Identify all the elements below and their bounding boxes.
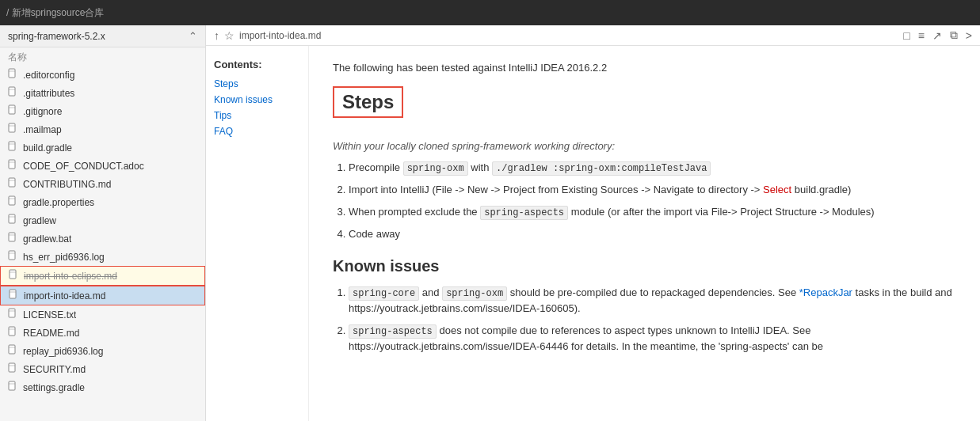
top-bar-left: / 新增springsource合库: [6, 6, 104, 20]
svg-rect-2: [9, 87, 15, 96]
sidebar-item[interactable]: gradlew.bat: [0, 229, 205, 248]
content-area: ↑ ☆ import-into-idea.md □ ≡ ↗ ⧉ > Conten…: [206, 25, 980, 421]
sidebar-item[interactable]: README.md: [0, 324, 205, 342]
file-icon: [8, 308, 18, 321]
svg-rect-0: [9, 69, 15, 78]
sidebar-item[interactable]: SECURITY.md: [0, 360, 205, 378]
sidebar-header: spring-framework-5.2.x ⌃: [0, 25, 205, 47]
sidebar-item-name: gradle.properties: [23, 197, 94, 208]
file-icon: [8, 177, 18, 191]
sidebar-item-name: .editorconfig: [23, 70, 74, 81]
svg-rect-34: [9, 381, 15, 390]
sidebar-item[interactable]: gradlew: [0, 211, 205, 229]
svg-rect-18: [9, 233, 15, 241]
code-gradlew-cmd: ./gradlew :spring-oxm:compileTestJava: [492, 161, 711, 176]
code-spring-oxm: spring-oxm: [403, 161, 468, 176]
toc-item[interactable]: FAQ: [214, 126, 300, 137]
sidebar-item[interactable]: gradle.properties: [0, 193, 205, 211]
svg-rect-6: [9, 123, 15, 132]
sidebar-item-name: gradlew.bat: [23, 233, 71, 245]
sidebar-item-name: SECURITY.md: [23, 364, 86, 375]
sidebar-item[interactable]: LICENSE.txt: [0, 305, 205, 324]
toc-item[interactable]: Tips: [214, 110, 300, 121]
sidebar-item-name: import-into-eclipse.md: [24, 271, 117, 282]
top-bar: / 新增springsource合库: [0, 0, 980, 25]
step-2: Import into IntelliJ (File -> New -> Pro…: [349, 182, 956, 198]
sidebar-item[interactable]: .mailmap: [0, 120, 205, 138]
bookmark-icon[interactable]: ☆: [224, 29, 235, 42]
sidebar-item[interactable]: .editorconfig: [0, 66, 205, 84]
file-icon: [8, 250, 18, 264]
steps-list: Precompile spring-oxm with ./gradlew :sp…: [349, 160, 956, 241]
sidebar-item-name: .gitattributes: [23, 88, 74, 99]
sidebar-column-label: 名称: [0, 47, 205, 66]
up-icon[interactable]: ↑: [214, 29, 219, 42]
steps-heading: Steps: [333, 86, 403, 118]
file-icon: [8, 214, 18, 227]
code-spring-core: spring-core: [349, 286, 419, 301]
svg-rect-28: [9, 327, 15, 336]
sidebar-item-name: gradlew: [23, 215, 56, 226]
svg-rect-20: [9, 251, 15, 260]
sidebar-item[interactable]: CODE_OF_CONDUCT.adoc: [0, 157, 205, 175]
svg-rect-12: [9, 178, 15, 187]
sidebar-item[interactable]: .gitattributes: [0, 84, 205, 102]
svg-rect-26: [9, 309, 15, 317]
doc-icon[interactable]: □: [903, 28, 909, 42]
left-label: / 新增springsource合库: [6, 6, 104, 20]
sidebar-item-name: settings.gradle: [23, 382, 85, 393]
file-icon: [8, 326, 18, 339]
file-icon: [8, 86, 18, 100]
code-spring-aspects2: spring-aspects: [349, 324, 437, 339]
toc-item[interactable]: Known issues: [214, 94, 300, 105]
step-3: When prompted exclude the spring-aspects…: [349, 204, 956, 220]
sidebar-item[interactable]: import-into-eclipse.md: [0, 266, 205, 286]
file-icon: [8, 104, 18, 118]
sidebar-item-name: build.gradle: [23, 142, 72, 154]
sidebar-item[interactable]: CONTRIBUTING.md: [0, 175, 205, 193]
repackjar-link[interactable]: *RepackJar: [799, 286, 852, 298]
sidebar-chevron[interactable]: ⌃: [189, 30, 197, 42]
sidebar-item[interactable]: hs_err_pid6936.log: [0, 248, 205, 266]
svg-rect-32: [9, 363, 15, 372]
file-icon: [8, 344, 18, 358]
file-icon: [9, 289, 19, 302]
sidebar-item[interactable]: .gitignore: [0, 102, 205, 120]
known-issues-list: spring-core and spring-oxm should be pre…: [349, 285, 956, 354]
sidebar-list: .editorconfig.gitattributes.gitignore.ma…: [0, 66, 205, 421]
doc-content: The following has been tested against In…: [309, 46, 980, 421]
known-issue-2: spring-aspects does not compile due to r…: [349, 323, 956, 355]
sidebar-item[interactable]: import-into-idea.md: [0, 286, 205, 305]
sidebar-item[interactable]: replay_pid6936.log: [0, 342, 205, 360]
code-spring-oxm2: spring-oxm: [442, 286, 507, 301]
main-layout: spring-framework-5.2.x ⌃ 名称 .editorconfi…: [0, 25, 980, 421]
svg-rect-14: [9, 196, 15, 205]
known-issue-1: spring-core and spring-oxm should be pre…: [349, 285, 956, 317]
toc-list: StepsKnown issuesTipsFAQ: [214, 78, 300, 137]
svg-rect-22: [10, 270, 16, 279]
sidebar-item-name: LICENSE.txt: [23, 309, 76, 320]
sidebar-item-name: .mailmap: [23, 124, 62, 135]
list-icon[interactable]: ≡: [918, 28, 925, 42]
svg-rect-16: [9, 214, 15, 223]
share-icon[interactable]: ↗: [932, 28, 942, 42]
svg-rect-10: [9, 160, 15, 169]
filepath-filename: import-into-idea.md: [239, 30, 321, 41]
file-icon: [8, 159, 18, 173]
steps-heading-box: Steps: [333, 86, 956, 129]
file-icon: [8, 362, 18, 376]
sidebar-item[interactable]: settings.gradle: [0, 378, 205, 396]
file-icon: [9, 269, 19, 283]
file-path-bar: ↑ ☆ import-into-idea.md □ ≡ ↗ ⧉ >: [206, 25, 980, 46]
file-icon: [8, 123, 18, 136]
step-4: Code away: [349, 226, 956, 242]
sidebar-item[interactable]: build.gradle: [0, 138, 205, 157]
expand-icon[interactable]: ⧉: [950, 28, 958, 42]
next-icon[interactable]: >: [966, 28, 972, 42]
select-label: Select: [763, 184, 791, 195]
code-away-text: Code away: [349, 228, 400, 240]
toc-item[interactable]: Steps: [214, 78, 300, 89]
sidebar-item-name: import-into-idea.md: [24, 290, 105, 302]
file-icon: [8, 232, 18, 245]
file-icon: [8, 195, 18, 209]
